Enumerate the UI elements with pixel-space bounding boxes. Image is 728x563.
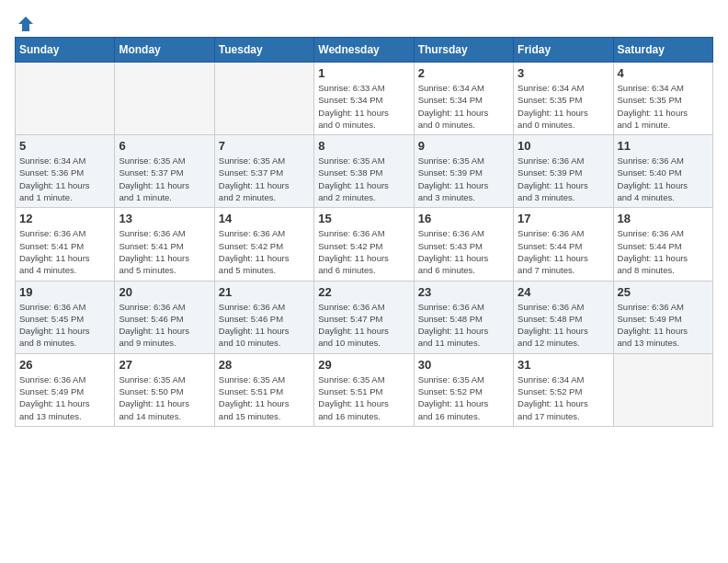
calendar-day-cell: 24Sunrise: 6:36 AM Sunset: 5:48 PM Dayli… (514, 281, 613, 353)
day-info: Sunrise: 6:36 AM Sunset: 5:46 PM Dayligh… (119, 301, 210, 350)
weekday-header-tuesday: Tuesday (214, 38, 313, 63)
day-info: Sunrise: 6:33 AM Sunset: 5:34 PM Dayligh… (318, 82, 409, 131)
calendar-day-cell (214, 63, 313, 135)
calendar-day-cell: 19Sunrise: 6:36 AM Sunset: 5:45 PM Dayli… (16, 281, 115, 353)
day-number: 30 (418, 358, 509, 372)
day-info: Sunrise: 6:35 AM Sunset: 5:50 PM Dayligh… (119, 373, 210, 422)
day-info: Sunrise: 6:35 AM Sunset: 5:37 PM Dayligh… (119, 155, 210, 203)
day-number: 16 (418, 212, 509, 225)
day-number: 22 (318, 285, 409, 299)
calendar-day-cell: 16Sunrise: 6:36 AM Sunset: 5:43 PM Dayli… (414, 208, 513, 281)
calendar-day-cell: 14Sunrise: 6:36 AM Sunset: 5:42 PM Dayli… (214, 208, 313, 281)
calendar-day-cell: 10Sunrise: 6:36 AM Sunset: 5:39 PM Dayli… (514, 135, 613, 208)
calendar-week-row: 12Sunrise: 6:36 AM Sunset: 5:41 PM Dayli… (16, 208, 713, 281)
day-number: 19 (19, 285, 110, 299)
calendar-day-cell (115, 63, 214, 135)
calendar-day-cell (16, 63, 115, 135)
calendar-day-cell: 23Sunrise: 6:36 AM Sunset: 5:48 PM Dayli… (414, 281, 513, 353)
calendar-day-cell: 31Sunrise: 6:34 AM Sunset: 5:52 PM Dayli… (514, 353, 613, 426)
page-header (15, 15, 713, 29)
day-info: Sunrise: 6:36 AM Sunset: 5:47 PM Dayligh… (318, 301, 409, 350)
day-number: 28 (219, 358, 310, 372)
day-info: Sunrise: 6:35 AM Sunset: 5:38 PM Dayligh… (318, 155, 409, 203)
day-info: Sunrise: 6:36 AM Sunset: 5:39 PM Dayligh… (518, 155, 609, 203)
logo (15, 15, 35, 29)
day-number: 24 (518, 285, 609, 299)
day-info: Sunrise: 6:36 AM Sunset: 5:40 PM Dayligh… (618, 155, 709, 203)
day-info: Sunrise: 6:36 AM Sunset: 5:46 PM Dayligh… (219, 301, 310, 350)
calendar-day-cell: 20Sunrise: 6:36 AM Sunset: 5:46 PM Dayli… (115, 281, 214, 353)
day-number: 13 (119, 212, 210, 225)
calendar-day-cell: 18Sunrise: 6:36 AM Sunset: 5:44 PM Dayli… (613, 208, 712, 281)
calendar-day-cell: 29Sunrise: 6:35 AM Sunset: 5:51 PM Dayli… (314, 353, 414, 426)
day-number: 5 (19, 139, 110, 153)
calendar-table: SundayMondayTuesdayWednesdayThursdayFrid… (15, 37, 713, 427)
calendar-day-cell: 30Sunrise: 6:35 AM Sunset: 5:52 PM Dayli… (414, 353, 513, 426)
day-number: 27 (119, 358, 210, 372)
day-info: Sunrise: 6:34 AM Sunset: 5:35 PM Dayligh… (518, 82, 609, 131)
day-number: 20 (119, 285, 210, 299)
day-number: 4 (618, 66, 709, 80)
day-number: 1 (318, 66, 409, 80)
day-number: 18 (618, 212, 709, 225)
day-info: Sunrise: 6:35 AM Sunset: 5:39 PM Dayligh… (418, 155, 509, 203)
weekday-header-friday: Friday (514, 38, 613, 63)
day-info: Sunrise: 6:36 AM Sunset: 5:41 PM Dayligh… (19, 227, 110, 276)
day-info: Sunrise: 6:36 AM Sunset: 5:49 PM Dayligh… (618, 301, 709, 350)
calendar-day-cell: 8Sunrise: 6:35 AM Sunset: 5:38 PM Daylig… (314, 135, 414, 208)
calendar-day-cell: 4Sunrise: 6:34 AM Sunset: 5:35 PM Daylig… (613, 63, 712, 135)
day-number: 11 (618, 139, 709, 153)
calendar-day-cell: 17Sunrise: 6:36 AM Sunset: 5:44 PM Dayli… (514, 208, 613, 281)
weekday-header-row: SundayMondayTuesdayWednesdayThursdayFrid… (16, 38, 713, 63)
day-info: Sunrise: 6:34 AM Sunset: 5:52 PM Dayligh… (518, 373, 609, 422)
weekday-header-thursday: Thursday (414, 38, 513, 63)
calendar-day-cell (613, 353, 712, 426)
day-number: 8 (318, 139, 409, 153)
calendar-day-cell: 9Sunrise: 6:35 AM Sunset: 5:39 PM Daylig… (414, 135, 513, 208)
day-number: 29 (318, 358, 409, 372)
day-info: Sunrise: 6:35 AM Sunset: 5:51 PM Dayligh… (318, 373, 409, 422)
calendar-day-cell: 11Sunrise: 6:36 AM Sunset: 5:40 PM Dayli… (613, 135, 712, 208)
calendar-day-cell: 13Sunrise: 6:36 AM Sunset: 5:41 PM Dayli… (115, 208, 214, 281)
day-info: Sunrise: 6:35 AM Sunset: 5:51 PM Dayligh… (219, 373, 310, 422)
weekday-header-saturday: Saturday (613, 38, 712, 63)
day-number: 15 (318, 212, 409, 225)
calendar-week-row: 26Sunrise: 6:36 AM Sunset: 5:49 PM Dayli… (16, 353, 713, 426)
calendar-day-cell: 15Sunrise: 6:36 AM Sunset: 5:42 PM Dayli… (314, 208, 414, 281)
day-info: Sunrise: 6:34 AM Sunset: 5:35 PM Dayligh… (618, 82, 709, 131)
weekday-header-monday: Monday (115, 38, 214, 63)
day-info: Sunrise: 6:36 AM Sunset: 5:42 PM Dayligh… (219, 227, 310, 276)
calendar-day-cell: 12Sunrise: 6:36 AM Sunset: 5:41 PM Dayli… (16, 208, 115, 281)
day-number: 14 (219, 212, 310, 225)
day-number: 25 (618, 285, 709, 299)
calendar-day-cell: 3Sunrise: 6:34 AM Sunset: 5:35 PM Daylig… (514, 63, 613, 135)
day-info: Sunrise: 6:36 AM Sunset: 5:42 PM Dayligh… (318, 227, 409, 276)
day-number: 21 (219, 285, 310, 299)
day-number: 12 (19, 212, 110, 225)
weekday-header-sunday: Sunday (16, 38, 115, 63)
calendar-week-row: 5Sunrise: 6:34 AM Sunset: 5:36 PM Daylig… (16, 135, 713, 208)
day-number: 9 (418, 139, 509, 153)
day-info: Sunrise: 6:34 AM Sunset: 5:36 PM Dayligh… (19, 155, 110, 203)
calendar-day-cell: 28Sunrise: 6:35 AM Sunset: 5:51 PM Dayli… (214, 353, 313, 426)
day-info: Sunrise: 6:36 AM Sunset: 5:44 PM Dayligh… (518, 227, 609, 276)
calendar-day-cell: 6Sunrise: 6:35 AM Sunset: 5:37 PM Daylig… (115, 135, 214, 208)
calendar-day-cell: 25Sunrise: 6:36 AM Sunset: 5:49 PM Dayli… (613, 281, 712, 353)
logo-icon (17, 15, 35, 33)
day-number: 23 (418, 285, 509, 299)
calendar-day-cell: 5Sunrise: 6:34 AM Sunset: 5:36 PM Daylig… (16, 135, 115, 208)
day-number: 6 (119, 139, 210, 153)
day-info: Sunrise: 6:35 AM Sunset: 5:52 PM Dayligh… (418, 373, 509, 422)
day-number: 10 (518, 139, 609, 153)
day-number: 2 (418, 66, 509, 80)
day-info: Sunrise: 6:36 AM Sunset: 5:45 PM Dayligh… (19, 301, 110, 350)
day-number: 7 (219, 139, 310, 153)
calendar-day-cell: 1Sunrise: 6:33 AM Sunset: 5:34 PM Daylig… (314, 63, 414, 135)
calendar-week-row: 1Sunrise: 6:33 AM Sunset: 5:34 PM Daylig… (16, 63, 713, 135)
calendar-day-cell: 27Sunrise: 6:35 AM Sunset: 5:50 PM Dayli… (115, 353, 214, 426)
calendar-day-cell: 2Sunrise: 6:34 AM Sunset: 5:34 PM Daylig… (414, 63, 513, 135)
day-info: Sunrise: 6:36 AM Sunset: 5:48 PM Dayligh… (418, 301, 509, 350)
weekday-header-wednesday: Wednesday (314, 38, 414, 63)
day-number: 17 (518, 212, 609, 225)
calendar-day-cell: 21Sunrise: 6:36 AM Sunset: 5:46 PM Dayli… (214, 281, 313, 353)
